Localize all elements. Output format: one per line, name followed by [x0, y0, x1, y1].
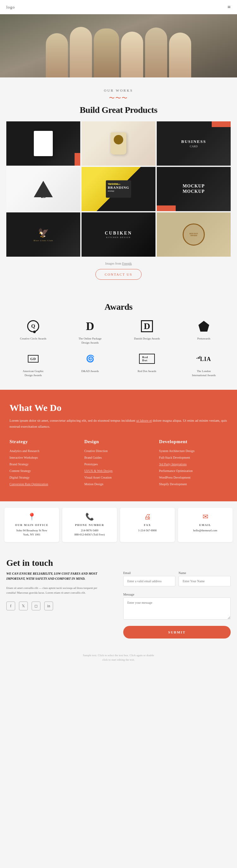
- grid-item-8: CUBIKEN KITCHEN DESIGN: [81, 212, 156, 257]
- service-prototypes: Prototypes: [84, 462, 153, 467]
- what-description: Lorem ipsum dolor sit amet, consectetur …: [9, 417, 228, 429]
- grid-item-6: MOCKUPMOCKUP: [157, 167, 231, 211]
- red-accent-1: [75, 153, 80, 166]
- name-label: Name: [178, 571, 231, 575]
- mock-card-1: [34, 131, 53, 156]
- service-brand-strategy: Brand Strategy: [9, 462, 78, 467]
- design-column: Design Creative Direction Brand Guides P…: [84, 439, 153, 489]
- grid-item-5: MarketingBRANDING strategy: [81, 167, 156, 211]
- email-card-title: EMAIL: [181, 523, 229, 527]
- service-digital: Digital Strategy: [9, 475, 78, 480]
- service-conversion[interactable]: Conversion Rate Optimization: [9, 482, 78, 487]
- person-5: [145, 28, 167, 78]
- package-d-icon: D: [82, 318, 98, 334]
- service-sysarch: System Architecture Design: [159, 449, 228, 453]
- mock-stamp: RED DOTAWARD: [183, 223, 205, 246]
- service-creative: Creative Direction: [84, 449, 153, 453]
- contact-card-phone: 📞 PHONE NUMBER 214-9876-5400888-012-8456…: [62, 508, 117, 542]
- linkedin-icon[interactable]: in: [44, 601, 53, 610]
- services-grid: Strategy Analytics and Research Interact…: [9, 439, 228, 489]
- works-section-label: OUR WORKS: [0, 89, 237, 92]
- service-uiux[interactable]: UI/UX & Web Design: [84, 469, 153, 473]
- get-in-touch-section: Get in touch WE CAN ENSURE RELIABILITY, …: [0, 549, 237, 648]
- logo: logo: [6, 5, 15, 10]
- message-textarea[interactable]: [123, 597, 231, 620]
- email-card-value: hello@themeurl.com: [181, 528, 229, 533]
- touch-left: WE CAN ENSURE RELIABILITY, LOW COST FARE…: [6, 571, 114, 611]
- award-label-package: The Online Package Design Awards: [76, 337, 104, 345]
- award-item-pent: Pentawards: [177, 318, 231, 345]
- image-credit: Images from Freepik: [0, 262, 237, 265]
- message-label: Message: [123, 593, 231, 596]
- mock-laptop: MarketingBRANDING strategy: [106, 181, 131, 198]
- name-input[interactable]: [178, 576, 231, 586]
- strategy-column: Strategy Analytics and Research Interact…: [9, 439, 78, 489]
- what-link[interactable]: ut labore et: [136, 418, 152, 422]
- awards-title: Awards: [6, 302, 231, 312]
- fax-icon: 🖨: [123, 513, 172, 521]
- awards-section: Awards Q Creative Circle Awards D The On…: [0, 292, 237, 390]
- email-icon: ✉: [181, 513, 229, 521]
- office-card-title: OUR MAIN OFFICE: [8, 523, 56, 527]
- development-column: Development System Architecture Design F…: [159, 439, 228, 489]
- award-label-danish: Danish Design Awards: [134, 337, 160, 341]
- contact-cards: 📍 OUR MAIN OFFICE Soho 94 Broadway St Ne…: [0, 501, 237, 549]
- grid-item-4: Z: [6, 167, 80, 211]
- award-label-creative: Creative Circle Awards: [20, 337, 46, 341]
- award-item-reddot: Red Dot Red Dot Awards: [120, 351, 174, 377]
- dad-awards-icon: 🌀: [82, 351, 98, 367]
- award-item-dad: 🌀 D&AD Awards: [63, 351, 117, 377]
- service-shopify: Shopify Development: [159, 482, 228, 487]
- mock-cup: [111, 132, 126, 155]
- danish-design-icon: D: [139, 318, 155, 334]
- gd-awards-icon: GD: [25, 351, 41, 367]
- service-motion: Motion Design: [84, 482, 153, 487]
- award-item-gd: GD American Graphic Design Awards: [6, 351, 60, 377]
- person-1: [46, 33, 68, 78]
- email-input[interactable]: [123, 576, 175, 586]
- contact-card-fax: 🖨 FAX 1-214-567-8900: [120, 508, 175, 542]
- works-title: Build Great Products: [0, 105, 237, 115]
- service-workshops: Interactive Workshops: [9, 456, 78, 460]
- award-label-reddot: Red Dot Awards: [137, 369, 156, 373]
- what-we-do-section: What We Do Lorem ipsum dolor sit amet, c…: [0, 390, 237, 501]
- contact-card-email: ✉ EMAIL hello@themeurl.com: [178, 508, 233, 542]
- works-section: OUR WORKS 〜〜〜 Build Great Products BUSIN…: [0, 89, 237, 280]
- red-accent-6: [157, 206, 176, 211]
- facebook-icon[interactable]: f: [6, 601, 15, 610]
- fax-card-value: 1-214-567-8900: [123, 528, 172, 533]
- award-label-pent: Pentawards: [197, 337, 210, 341]
- person-3: [94, 28, 119, 78]
- header: logo ≡: [0, 0, 237, 14]
- award-item-package: D The Online Package Design Awards: [63, 318, 117, 345]
- contact-card-office: 📍 OUR MAIN OFFICE Soho 94 Broadway St Ne…: [4, 508, 59, 542]
- footer-note-line1: Sample text. Click to select the text bo…: [83, 654, 154, 657]
- service-3rdparty[interactable]: 3rd Party Integrations: [159, 462, 228, 467]
- grid-item-1: [6, 121, 80, 166]
- service-fullstack: Full-Stack Development: [159, 456, 228, 460]
- phone-icon: 📞: [65, 513, 114, 521]
- hero-people: [0, 27, 237, 78]
- freepik-link[interactable]: Freepik: [122, 262, 132, 265]
- office-card-value: Soho 94 Broadway St NewYork, NY 1001: [8, 528, 56, 537]
- twitter-icon[interactable]: 𝕏: [19, 601, 28, 610]
- menu-button[interactable]: ≡: [228, 4, 231, 10]
- person-2: [70, 27, 92, 78]
- location-icon: 📍: [8, 513, 56, 521]
- pentawards-icon: [196, 318, 212, 334]
- phone-card-value: 214-9876-5400888-012-8456? (Toll Free): [65, 528, 114, 537]
- submit-button[interactable]: SUBMIT: [123, 626, 231, 639]
- name-group: Name: [178, 571, 231, 586]
- award-label-dad: D&AD Awards: [81, 369, 99, 373]
- award-item-lia: 𝒜LIA The London International Awards: [177, 351, 231, 377]
- email-group: Email: [123, 571, 175, 586]
- dev-title: Development: [159, 439, 228, 444]
- service-content: Content Strategy: [9, 469, 78, 473]
- mock-cubiken: CUBIKEN KITCHEN DESIGN: [105, 231, 132, 238]
- instagram-icon[interactable]: ◻: [32, 601, 40, 610]
- person-4: [121, 32, 143, 78]
- hero-section: [0, 14, 237, 78]
- contact-us-button[interactable]: CONTACT US: [95, 269, 142, 280]
- fax-card-title: FAX: [123, 523, 172, 527]
- form-row-top: Email Name: [123, 571, 231, 590]
